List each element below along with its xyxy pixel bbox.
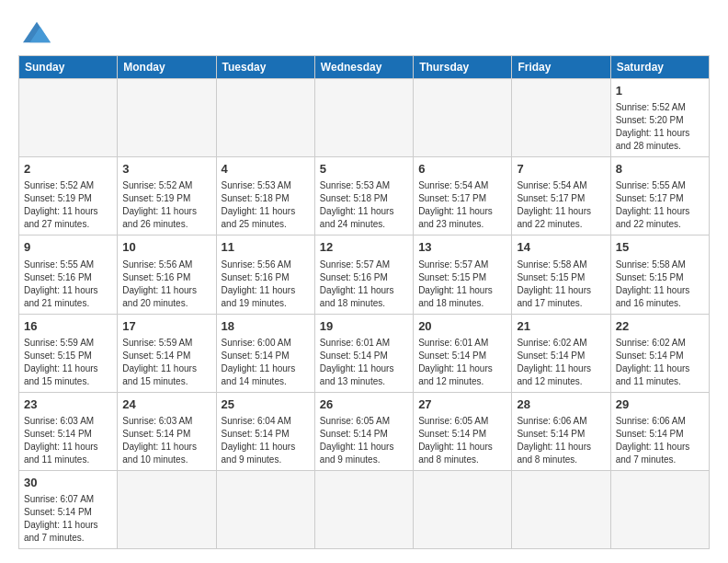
day-number: 7 [517,161,605,178]
calendar-cell: 17Sunrise: 5:59 AM Sunset: 5:14 PM Dayli… [118,314,216,392]
calendar-cell [118,470,216,548]
calendar: SundayMondayTuesdayWednesdayThursdayFrid… [18,55,710,549]
day-info: Sunrise: 5:55 AM Sunset: 5:16 PM Dayligh… [24,259,112,310]
day-info: Sunrise: 5:55 AM Sunset: 5:17 PM Dayligh… [616,179,704,231]
calendar-header-row: SundayMondayTuesdayWednesdayThursdayFrid… [19,56,710,79]
calendar-cell: 12Sunrise: 5:57 AM Sunset: 5:16 PM Dayli… [314,236,413,314]
calendar-cell [118,79,216,157]
day-info: Sunrise: 5:54 AM Sunset: 5:17 PM Dayligh… [418,179,506,231]
calendar-week-0: 1Sunrise: 5:52 AM Sunset: 5:20 PM Daylig… [19,79,710,157]
calendar-cell: 1Sunrise: 5:52 AM Sunset: 5:20 PM Daylig… [610,79,709,157]
day-info: Sunrise: 5:56 AM Sunset: 5:16 PM Dayligh… [122,259,210,310]
day-number: 4 [222,161,310,178]
day-number: 1 [616,83,704,99]
day-info: Sunrise: 5:56 AM Sunset: 5:16 PM Dayligh… [222,259,310,310]
day-number: 23 [24,396,112,413]
day-number: 6 [418,161,506,178]
day-number: 19 [320,318,408,335]
logo-icon [18,18,55,46]
day-info: Sunrise: 5:59 AM Sunset: 5:15 PM Dayligh… [24,337,112,388]
day-info: Sunrise: 5:57 AM Sunset: 5:16 PM Dayligh… [320,259,408,310]
day-info: Sunrise: 5:52 AM Sunset: 5:19 PM Dayligh… [24,179,112,231]
calendar-cell: 20Sunrise: 6:01 AM Sunset: 5:14 PM Dayli… [414,314,512,392]
day-number: 2 [24,161,112,178]
calendar-cell [512,79,610,157]
calendar-cell: 19Sunrise: 6:01 AM Sunset: 5:14 PM Dayli… [314,314,413,392]
day-number: 16 [24,318,112,335]
calendar-cell: 23Sunrise: 6:03 AM Sunset: 5:14 PM Dayli… [19,392,118,470]
calendar-cell [314,470,413,548]
day-number: 28 [517,396,605,413]
day-number: 22 [616,318,704,335]
day-number: 12 [320,239,408,256]
calendar-cell: 8Sunrise: 5:55 AM Sunset: 5:17 PM Daylig… [610,157,709,236]
header [18,18,710,46]
calendar-cell: 28Sunrise: 6:06 AM Sunset: 5:14 PM Dayli… [512,392,610,470]
calendar-cell [512,470,610,548]
day-info: Sunrise: 6:01 AM Sunset: 5:14 PM Dayligh… [418,337,506,388]
day-info: Sunrise: 5:53 AM Sunset: 5:18 PM Dayligh… [320,179,408,231]
calendar-cell [414,470,512,548]
day-number: 14 [517,239,605,256]
day-number: 5 [320,161,408,178]
calendar-cell: 18Sunrise: 6:00 AM Sunset: 5:14 PM Dayli… [216,314,314,392]
day-number: 13 [418,239,506,256]
day-number: 9 [24,239,112,256]
calendar-cell [414,79,512,157]
calendar-week-4: 23Sunrise: 6:03 AM Sunset: 5:14 PM Dayli… [19,392,710,470]
day-info: Sunrise: 6:04 AM Sunset: 5:14 PM Dayligh… [222,415,310,466]
calendar-cell: 4Sunrise: 5:53 AM Sunset: 5:18 PM Daylig… [216,157,314,236]
calendar-cell: 3Sunrise: 5:52 AM Sunset: 5:19 PM Daylig… [118,157,216,236]
day-info: Sunrise: 5:52 AM Sunset: 5:20 PM Dayligh… [616,101,704,153]
calendar-cell: 16Sunrise: 5:59 AM Sunset: 5:15 PM Dayli… [19,314,118,392]
calendar-cell: 29Sunrise: 6:06 AM Sunset: 5:14 PM Dayli… [610,392,709,470]
day-info: Sunrise: 5:58 AM Sunset: 5:15 PM Dayligh… [616,259,704,310]
day-number: 26 [320,396,408,413]
day-info: Sunrise: 6:00 AM Sunset: 5:14 PM Dayligh… [222,337,310,388]
calendar-week-1: 2Sunrise: 5:52 AM Sunset: 5:19 PM Daylig… [19,157,710,236]
calendar-header-wednesday: Wednesday [314,56,413,79]
day-number: 20 [418,318,506,335]
calendar-header-monday: Monday [118,56,216,79]
day-info: Sunrise: 5:57 AM Sunset: 5:15 PM Dayligh… [418,259,506,310]
calendar-cell: 21Sunrise: 6:02 AM Sunset: 5:14 PM Dayli… [512,314,610,392]
calendar-week-5: 30Sunrise: 6:07 AM Sunset: 5:14 PM Dayli… [19,470,710,548]
calendar-cell: 2Sunrise: 5:52 AM Sunset: 5:19 PM Daylig… [19,157,118,236]
day-info: Sunrise: 6:03 AM Sunset: 5:14 PM Dayligh… [122,415,210,466]
calendar-cell: 24Sunrise: 6:03 AM Sunset: 5:14 PM Dayli… [118,392,216,470]
day-number: 25 [222,396,310,413]
day-info: Sunrise: 6:06 AM Sunset: 5:14 PM Dayligh… [616,415,704,466]
day-info: Sunrise: 6:07 AM Sunset: 5:14 PM Dayligh… [24,493,112,545]
logo [18,18,61,46]
calendar-cell: 10Sunrise: 5:56 AM Sunset: 5:16 PM Dayli… [118,236,216,314]
day-info: Sunrise: 5:53 AM Sunset: 5:18 PM Dayligh… [222,179,310,231]
day-number: 8 [616,161,704,178]
calendar-cell [216,470,314,548]
calendar-cell [216,79,314,157]
day-info: Sunrise: 6:02 AM Sunset: 5:14 PM Dayligh… [517,337,605,388]
calendar-cell: 9Sunrise: 5:55 AM Sunset: 5:16 PM Daylig… [19,236,118,314]
calendar-header-saturday: Saturday [610,56,709,79]
day-info: Sunrise: 6:05 AM Sunset: 5:14 PM Dayligh… [320,415,408,466]
day-number: 3 [122,161,210,178]
day-info: Sunrise: 6:06 AM Sunset: 5:14 PM Dayligh… [517,415,605,466]
day-number: 11 [222,239,310,256]
day-info: Sunrise: 5:54 AM Sunset: 5:17 PM Dayligh… [517,179,605,231]
calendar-cell: 15Sunrise: 5:58 AM Sunset: 5:15 PM Dayli… [610,236,709,314]
day-info: Sunrise: 6:05 AM Sunset: 5:14 PM Dayligh… [418,415,506,466]
calendar-cell: 22Sunrise: 6:02 AM Sunset: 5:14 PM Dayli… [610,314,709,392]
day-number: 18 [222,318,310,335]
calendar-header-sunday: Sunday [19,56,118,79]
day-number: 15 [616,239,704,256]
calendar-header-friday: Friday [512,56,610,79]
calendar-week-2: 9Sunrise: 5:55 AM Sunset: 5:16 PM Daylig… [19,236,710,314]
day-info: Sunrise: 5:58 AM Sunset: 5:15 PM Dayligh… [517,259,605,310]
day-number: 10 [122,239,210,256]
day-info: Sunrise: 5:59 AM Sunset: 5:14 PM Dayligh… [122,337,210,388]
day-info: Sunrise: 6:03 AM Sunset: 5:14 PM Dayligh… [24,415,112,466]
calendar-cell: 27Sunrise: 6:05 AM Sunset: 5:14 PM Dayli… [414,392,512,470]
calendar-cell: 26Sunrise: 6:05 AM Sunset: 5:14 PM Dayli… [314,392,413,470]
day-info: Sunrise: 6:01 AM Sunset: 5:14 PM Dayligh… [320,337,408,388]
calendar-cell: 30Sunrise: 6:07 AM Sunset: 5:14 PM Dayli… [19,470,118,548]
calendar-cell: 13Sunrise: 5:57 AM Sunset: 5:15 PM Dayli… [414,236,512,314]
